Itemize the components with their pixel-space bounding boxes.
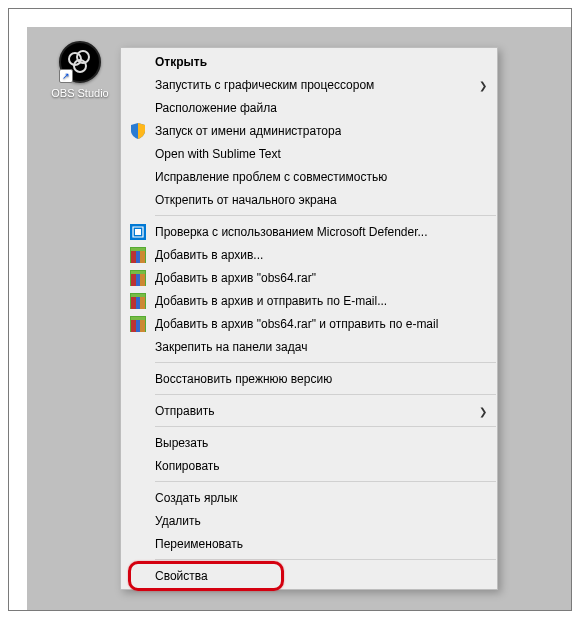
screenshot-frame: ↗ OBS Studio Открыть Запустить с графиче… bbox=[8, 8, 572, 611]
menu-separator bbox=[155, 362, 496, 363]
menu-item-open[interactable]: Открыть bbox=[121, 50, 497, 73]
menu-item-create-shortcut[interactable]: Создать ярлык bbox=[121, 486, 497, 509]
shortcut-arrow-icon: ↗ bbox=[59, 69, 73, 83]
menu-item-label: Запуск от имени администратора bbox=[155, 124, 341, 138]
menu-item-label: Свойства bbox=[155, 569, 208, 583]
menu-separator bbox=[155, 215, 496, 216]
menu-item-file-location[interactable]: Расположение файла bbox=[121, 96, 497, 119]
menu-item-label: Отправить bbox=[155, 404, 215, 418]
menu-item-label: Добавить в архив... bbox=[155, 248, 263, 262]
menu-item-add-to-obs64-rar[interactable]: Добавить в архив "obs64.rar" bbox=[121, 266, 497, 289]
menu-item-label: Вырезать bbox=[155, 436, 208, 450]
menu-item-run-with-gpu[interactable]: Запустить с графическим процессором ❯ bbox=[121, 73, 497, 96]
desktop-icon-label: OBS Studio bbox=[49, 87, 111, 99]
menu-separator bbox=[155, 481, 496, 482]
shield-icon bbox=[129, 122, 147, 140]
menu-separator bbox=[155, 394, 496, 395]
defender-icon bbox=[129, 223, 147, 241]
menu-item-label: Открепить от начального экрана bbox=[155, 193, 337, 207]
menu-item-properties[interactable]: Свойства bbox=[121, 564, 497, 587]
icon-slot bbox=[129, 53, 147, 71]
menu-separator bbox=[155, 426, 496, 427]
menu-item-label: Удалить bbox=[155, 514, 201, 528]
obs-studio-icon: ↗ bbox=[59, 41, 101, 83]
menu-item-unpin-start[interactable]: Открепить от начального экрана bbox=[121, 188, 497, 211]
menu-item-label: Восстановить прежнюю версию bbox=[155, 372, 332, 386]
menu-item-label: Расположение файла bbox=[155, 101, 277, 115]
menu-item-label: Открыть bbox=[155, 55, 207, 69]
desktop[interactable]: ↗ OBS Studio Открыть Запустить с графиче… bbox=[27, 27, 571, 610]
winrar-icon bbox=[129, 315, 147, 333]
menu-item-label: Open with Sublime Text bbox=[155, 147, 281, 161]
menu-item-label: Закрепить на панели задач bbox=[155, 340, 307, 354]
menu-item-label: Копировать bbox=[155, 459, 220, 473]
winrar-icon bbox=[129, 269, 147, 287]
menu-item-defender-scan[interactable]: Проверка с использованием Microsoft Defe… bbox=[121, 220, 497, 243]
winrar-icon bbox=[129, 292, 147, 310]
menu-item-add-to-archive[interactable]: Добавить в архив... bbox=[121, 243, 497, 266]
menu-item-label: Добавить в архив "obs64.rar" bbox=[155, 271, 316, 285]
desktop-icon-obs-studio[interactable]: ↗ OBS Studio bbox=[49, 41, 111, 99]
menu-item-restore-previous[interactable]: Восстановить прежнюю версию bbox=[121, 367, 497, 390]
menu-item-label: Добавить в архив "obs64.rar" и отправить… bbox=[155, 317, 438, 331]
menu-item-archive-obs64-email[interactable]: Добавить в архив "obs64.rar" и отправить… bbox=[121, 312, 497, 335]
menu-item-cut[interactable]: Вырезать bbox=[121, 431, 497, 454]
menu-item-open-sublime[interactable]: Open with Sublime Text bbox=[121, 142, 497, 165]
chevron-right-icon: ❯ bbox=[479, 405, 487, 416]
menu-item-label: Создать ярлык bbox=[155, 491, 238, 505]
menu-item-label: Проверка с использованием Microsoft Defe… bbox=[155, 225, 428, 239]
menu-item-compat-troubleshoot[interactable]: Исправление проблем с совместимостью bbox=[121, 165, 497, 188]
context-menu: Открыть Запустить с графическим процессо… bbox=[120, 47, 498, 590]
menu-item-copy[interactable]: Копировать bbox=[121, 454, 497, 477]
menu-item-delete[interactable]: Удалить bbox=[121, 509, 497, 532]
menu-item-label: Добавить в архив и отправить по E-mail..… bbox=[155, 294, 387, 308]
menu-item-label: Переименовать bbox=[155, 537, 243, 551]
winrar-icon bbox=[129, 246, 147, 264]
menu-item-label: Исправление проблем с совместимостью bbox=[155, 170, 387, 184]
menu-item-run-as-admin[interactable]: Запуск от имени администратора bbox=[121, 119, 497, 142]
chevron-right-icon: ❯ bbox=[479, 79, 487, 90]
menu-item-pin-taskbar[interactable]: Закрепить на панели задач bbox=[121, 335, 497, 358]
menu-item-send-to[interactable]: Отправить ❯ bbox=[121, 399, 497, 422]
menu-separator bbox=[155, 559, 496, 560]
menu-item-rename[interactable]: Переименовать bbox=[121, 532, 497, 555]
menu-item-label: Запустить с графическим процессором bbox=[155, 78, 374, 92]
menu-item-archive-email[interactable]: Добавить в архив и отправить по E-mail..… bbox=[121, 289, 497, 312]
